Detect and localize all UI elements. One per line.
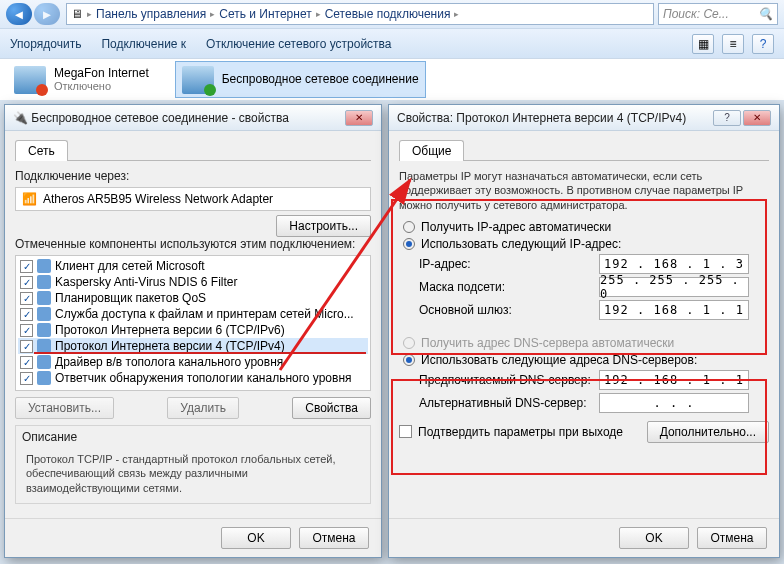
component-item[interactable]: ✓Протокол Интернета версии 6 (TCP/IPv6) <box>18 322 368 338</box>
component-icon <box>37 259 51 273</box>
component-icon <box>37 307 51 321</box>
mask-label: Маска подсети: <box>419 280 599 294</box>
address-bar[interactable]: 🖥 ▸ Панель управления ▸ Сеть и Интернет … <box>66 3 654 25</box>
ip-label: IP-адрес: <box>419 257 599 271</box>
ok-button[interactable]: OK <box>619 527 689 549</box>
component-label: Протокол Интернета версии 6 (TCP/IPv6) <box>55 323 285 337</box>
connection-wireless[interactable]: Беспроводное сетевое соединение <box>175 61 426 98</box>
explorer-window: ◄ ► 🖥 ▸ Панель управления ▸ Сеть и Интер… <box>0 0 784 100</box>
checkbox-icon[interactable]: ✓ <box>20 356 33 369</box>
component-item[interactable]: ✓Планировщик пакетов QoS <box>18 290 368 306</box>
cancel-button[interactable]: Отмена <box>299 527 369 549</box>
dialog-title: 🔌 Беспроводное сетевое соединение - свой… <box>5 105 381 131</box>
dns1-input[interactable]: 192 . 168 . 1 . 1 <box>599 370 749 390</box>
connections-pane: MegaFon Internet Отключено Беспроводное … <box>0 58 784 100</box>
component-item[interactable]: ✓Протокол Интернета версии 4 (TCP/IPv4) <box>18 338 368 354</box>
radio-label: Использовать следующий IP-адрес: <box>421 237 621 251</box>
component-label: Планировщик пакетов QoS <box>55 291 206 305</box>
radio-auto-dns: Получить адрес DNS-сервера автоматически <box>403 336 769 350</box>
ipv4-properties-dialog: Свойства: Протокол Интернета версии 4 (T… <box>388 104 780 558</box>
component-label: Служба доступа к файлам и принтерам сете… <box>55 307 354 321</box>
search-box[interactable]: Поиск: Се... 🔍 <box>658 3 778 25</box>
tab-general[interactable]: Общие <box>399 140 464 161</box>
dns2-input[interactable]: . . . <box>599 393 749 413</box>
ok-button[interactable]: OK <box>221 527 291 549</box>
connection-icon <box>14 66 46 94</box>
radio-icon <box>403 221 415 233</box>
dialog-title: Свойства: Протокол Интернета версии 4 (T… <box>389 105 779 131</box>
help-button[interactable]: ? <box>713 110 741 126</box>
dns2-label: Альтернативный DNS-сервер: <box>419 396 599 410</box>
component-icon <box>37 371 51 385</box>
view-list-icon[interactable]: ≡ <box>722 34 744 54</box>
connection-name: MegaFon Internet <box>54 66 149 80</box>
radio-label: Получить IP-адрес автоматически <box>421 220 611 234</box>
component-label: Драйвер в/в тополога канального уровня <box>55 355 283 369</box>
component-item[interactable]: ✓Kaspersky Anti-Virus NDIS 6 Filter <box>18 274 368 290</box>
component-item[interactable]: ✓Ответчик обнаружения топологии канально… <box>18 370 368 386</box>
configure-button[interactable]: Настроить... <box>276 215 371 237</box>
connection-megafon[interactable]: MegaFon Internet Отключено <box>8 61 155 98</box>
component-label: Kaspersky Anti-Virus NDIS 6 Filter <box>55 275 238 289</box>
checkbox-icon[interactable]: ✓ <box>20 260 33 273</box>
confirm-label: Подтвердить параметры при выходе <box>418 425 623 439</box>
advanced-button[interactable]: Дополнительно... <box>647 421 769 443</box>
checkbox-icon[interactable]: ✓ <box>20 324 33 337</box>
crumb-3[interactable]: Сетевые подключения <box>325 7 451 21</box>
install-button[interactable]: Установить... <box>15 397 114 419</box>
toolbar-organize[interactable]: Упорядочить <box>10 37 81 51</box>
connection-icon <box>182 66 214 94</box>
dialog-title-text: Беспроводное сетевое соединение - свойст… <box>31 111 289 125</box>
toolbar: Упорядочить Подключение к Отключение сет… <box>0 28 784 58</box>
ip-input[interactable]: 192 . 168 . 1 . 3 <box>599 254 749 274</box>
adapter-properties-dialog: 🔌 Беспроводное сетевое соединение - свой… <box>4 104 382 558</box>
radio-manual-dns[interactable]: Использовать следующие адреса DNS-сервер… <box>403 353 769 367</box>
gateway-input[interactable]: 192 . 168 . 1 . 1 <box>599 300 749 320</box>
titlebar: ◄ ► 🖥 ▸ Панель управления ▸ Сеть и Интер… <box>0 0 784 28</box>
component-properties-button[interactable]: Свойства <box>292 397 371 419</box>
crumb-2[interactable]: Сеть и Интернет <box>219 7 311 21</box>
component-label: Протокол Интернета версии 4 (TCP/IPv4) <box>55 339 285 353</box>
radio-icon <box>403 238 415 250</box>
radio-auto-ip[interactable]: Получить IP-адрес автоматически <box>403 220 769 234</box>
tab-network[interactable]: Сеть <box>15 140 68 161</box>
connection-name: Беспроводное сетевое соединение <box>222 72 419 86</box>
component-label: Клиент для сетей Microsoft <box>55 259 205 273</box>
checkbox-icon[interactable]: ✓ <box>20 308 33 321</box>
component-icon <box>37 355 51 369</box>
adapter-field: 📶 Atheros AR5B95 Wireless Network Adapte… <box>15 187 371 211</box>
component-item[interactable]: ✓Клиент для сетей Microsoft <box>18 258 368 274</box>
remove-button[interactable]: Удалить <box>167 397 239 419</box>
component-icon <box>37 339 51 353</box>
checkbox-icon[interactable]: ✓ <box>20 292 33 305</box>
nav-fwd[interactable]: ► <box>34 3 60 25</box>
component-item[interactable]: ✓Драйвер в/в тополога канального уровня <box>18 354 368 370</box>
mask-input[interactable]: 255 . 255 . 255 . 0 <box>599 277 749 297</box>
confirm-checkbox[interactable] <box>399 425 412 438</box>
nav-back[interactable]: ◄ <box>6 3 32 25</box>
radio-manual-ip[interactable]: Использовать следующий IP-адрес: <box>403 237 769 251</box>
adapter-mini-icon: 🔌 <box>13 111 28 125</box>
component-item[interactable]: ✓Служба доступа к файлам и принтерам сет… <box>18 306 368 322</box>
help-icon[interactable]: ? <box>752 34 774 54</box>
checkbox-icon[interactable]: ✓ <box>20 372 33 385</box>
crumb-1[interactable]: Панель управления <box>96 7 206 21</box>
toolbar-disable[interactable]: Отключение сетевого устройства <box>206 37 391 51</box>
adapter-name: Atheros AR5B95 Wireless Network Adapter <box>43 192 273 206</box>
cancel-button[interactable]: Отмена <box>697 527 767 549</box>
gateway-label: Основной шлюз: <box>419 303 599 317</box>
toolbar-connect[interactable]: Подключение к <box>101 37 186 51</box>
radio-icon <box>403 354 415 366</box>
close-button[interactable]: ✕ <box>743 110 771 126</box>
view-tiles-icon[interactable]: ▦ <box>692 34 714 54</box>
search-icon: 🔍 <box>758 7 773 21</box>
close-button[interactable]: ✕ <box>345 110 373 126</box>
radio-icon <box>403 337 415 349</box>
checkbox-icon[interactable]: ✓ <box>20 276 33 289</box>
components-list[interactable]: ✓Клиент для сетей Microsoft✓Kaspersky An… <box>15 255 371 391</box>
control-panel-icon: 🖥 <box>71 7 83 21</box>
radio-label: Использовать следующие адреса DNS-сервер… <box>421 353 697 367</box>
checkbox-icon[interactable]: ✓ <box>20 340 33 353</box>
component-icon <box>37 275 51 289</box>
radio-label: Получить адрес DNS-сервера автоматически <box>421 336 674 350</box>
